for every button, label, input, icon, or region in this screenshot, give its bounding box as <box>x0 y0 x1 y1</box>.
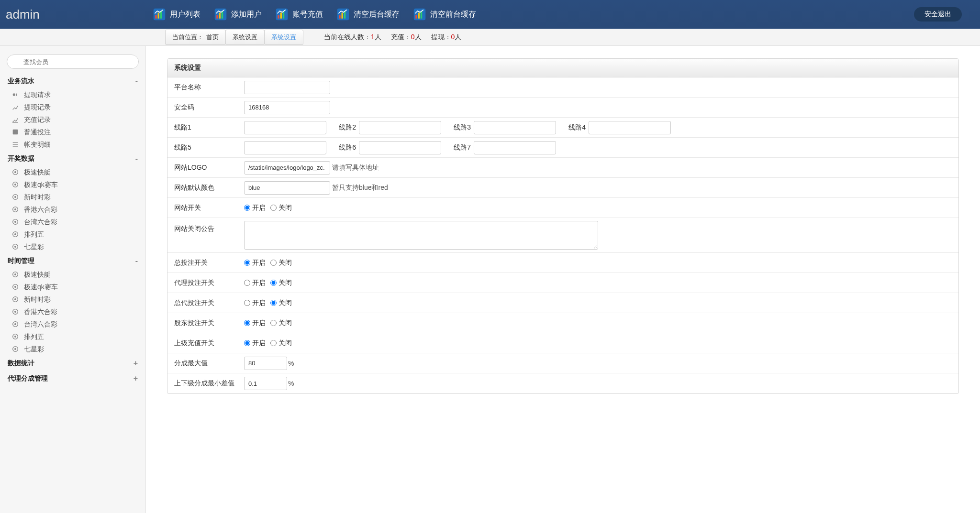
side-item-label: 台湾六合彩 <box>24 218 57 227</box>
topnav-label: 清空前台缓存 <box>430 10 476 20</box>
svg-rect-14 <box>342 13 344 19</box>
side-item-2-3[interactable]: 香港六合彩 <box>11 306 145 318</box>
menu-item-icon <box>11 116 20 124</box>
side-item-0-0[interactable]: 提现请求 <box>11 89 145 101</box>
stat-online: 当前在线人数：1人 <box>324 33 381 42</box>
menu-item-icon <box>11 91 20 99</box>
topnav-label: 添加用户 <box>231 10 262 20</box>
topnav-item-1[interactable]: 添加用户 <box>207 0 268 29</box>
default-color-hint: 暂只支持blue和red <box>332 184 388 192</box>
side-item-1-4[interactable]: 台湾六合彩 <box>11 216 145 229</box>
row-security-code: 安全码 <box>167 98 958 118</box>
security-code-input[interactable] <box>244 101 330 114</box>
logo-input[interactable] <box>244 161 330 175</box>
menu-item-icon <box>11 333 20 341</box>
search-input[interactable] <box>7 55 139 69</box>
side-item-2-6[interactable]: 七星彩 <box>11 343 145 356</box>
breadcrumb-label: 当前位置： <box>172 33 206 41</box>
form_total_bet_switch-on[interactable]: 开启 <box>244 259 266 267</box>
breadcrumb-item-2[interactable]: 系统设置 <box>264 30 303 45</box>
line-input-线路2[interactable] <box>359 121 441 134</box>
side-item-label: 新时时彩 <box>24 295 51 304</box>
form_master_bet_switch-off[interactable]: 关闭 <box>270 299 292 307</box>
breadcrumb-root[interactable]: 当前位置：首页 <box>165 30 226 45</box>
form_master_bet_switch-on[interactable]: 开启 <box>244 299 266 307</box>
form_shareholder_bet_switch-off[interactable]: 关闭 <box>270 319 292 327</box>
side-item-label: 充值记录 <box>24 116 51 124</box>
main: 系统设置 平台名称 安全码 线路1 线路2线路3线路4 线路5 线路6线路7 网… <box>146 46 980 513</box>
side-item-label: 极速快艇 <box>24 168 51 177</box>
toggle-icon: - <box>135 77 138 86</box>
close-notice-textarea[interactable] <box>244 221 598 250</box>
form_total_bet_switch-off[interactable]: 关闭 <box>270 259 292 267</box>
line-input-线路4[interactable] <box>589 121 671 134</box>
form_site_switch-on[interactable]: 开启 <box>244 204 266 212</box>
side-item-2-5[interactable]: 排列五 <box>11 331 145 343</box>
side-item-2-2[interactable]: 新时时彩 <box>11 294 145 306</box>
default-color-input[interactable] <box>244 181 330 195</box>
side-title-2[interactable]: 时间管理- <box>0 253 145 269</box>
split-min-diff-input[interactable] <box>244 377 287 390</box>
svg-point-37 <box>15 221 16 223</box>
menu-item-icon <box>11 243 20 251</box>
side-title-0[interactable]: 业务流水- <box>0 74 145 89</box>
menu-item-icon <box>11 320 20 329</box>
line-label: 线路4 <box>562 123 586 132</box>
line-input-线路1[interactable] <box>244 121 326 134</box>
side-item-1-1[interactable]: 极速qk赛车 <box>11 179 145 191</box>
row-agent-bet-switch: 代理投注开关 开启关闭 <box>167 273 958 293</box>
logout-button[interactable]: 安全退出 <box>914 7 962 22</box>
menu-item-icon <box>11 181 20 189</box>
svg-rect-1 <box>155 15 157 19</box>
form_agent_bet_switch-on[interactable]: 开启 <box>244 279 266 287</box>
platform-name-input[interactable] <box>244 81 330 94</box>
side-item-0-2[interactable]: 充值记录 <box>11 114 145 126</box>
menu-item-icon <box>11 128 20 137</box>
split-max-input[interactable] <box>244 357 287 370</box>
side-title-3[interactable]: 数据统计+ <box>0 356 145 371</box>
line-input-线路5[interactable] <box>244 141 326 154</box>
line-input-线路6[interactable] <box>359 141 441 154</box>
topnav-item-3[interactable]: 清空后台缓存 <box>330 0 406 29</box>
side-title-4[interactable]: 代理分成管理+ <box>0 371 145 386</box>
row-logo: 网站LOGO 请填写具体地址 <box>167 158 958 178</box>
line-input-线路7[interactable] <box>474 141 556 154</box>
menu-item-icon <box>11 168 20 177</box>
side-title-1[interactable]: 开奖数据- <box>0 151 145 166</box>
line-input-线路3[interactable] <box>474 121 556 134</box>
side-item-label: 提现记录 <box>24 103 51 112</box>
form_agent_bet_switch-off[interactable]: 关闭 <box>270 279 292 287</box>
topnav-item-4[interactable]: 清空前台缓存 <box>406 0 483 29</box>
topnav-item-0[interactable]: 用户列表 <box>146 0 207 29</box>
side-item-2-0[interactable]: 极速快艇 <box>11 269 145 281</box>
form_superior_recharge_switch-off[interactable]: 关闭 <box>270 339 292 348</box>
svg-point-29 <box>15 172 16 173</box>
form_site_switch-off[interactable]: 关闭 <box>270 204 292 212</box>
svg-rect-18 <box>418 13 420 19</box>
side-item-2-4[interactable]: 台湾六合彩 <box>11 318 145 331</box>
side-item-2-1[interactable]: 极速qk赛车 <box>11 281 145 294</box>
menu-item-icon <box>11 141 20 149</box>
side-item-1-0[interactable]: 极速快艇 <box>11 166 145 179</box>
side-item-0-4[interactable]: 帐变明细 <box>11 139 145 151</box>
menu-item-icon <box>11 206 20 214</box>
side-item-1-5[interactable]: 排列五 <box>11 229 145 241</box>
side-item-label: 七星彩 <box>24 345 44 354</box>
side-item-0-3[interactable]: 普通投注 <box>11 126 145 139</box>
breadcrumb-item-1[interactable]: 系统设置 <box>225 30 265 45</box>
chart-icon <box>413 8 426 21</box>
side-item-1-3[interactable]: 香港六合彩 <box>11 204 145 216</box>
form_shareholder_bet_switch-on[interactable]: 开启 <box>244 319 266 327</box>
row-site-switch: 网站开关 开启关闭 <box>167 198 958 218</box>
side-item-1-6[interactable]: 七星彩 <box>11 241 145 253</box>
chart-icon <box>275 8 289 21</box>
toggle-icon: - <box>135 154 138 163</box>
side-section-2: 时间管理-极速快艇极速qk赛车新时时彩香港六合彩台湾六合彩排列五七星彩 <box>0 253 145 356</box>
svg-rect-2 <box>158 13 160 19</box>
svg-point-31 <box>15 184 16 186</box>
svg-point-51 <box>15 324 16 325</box>
side-item-1-2[interactable]: 新时时彩 <box>11 191 145 204</box>
topnav-item-2[interactable]: 账号充值 <box>268 0 330 29</box>
side-item-0-1[interactable]: 提现记录 <box>11 101 145 114</box>
form_superior_recharge_switch-on[interactable]: 开启 <box>244 339 266 348</box>
